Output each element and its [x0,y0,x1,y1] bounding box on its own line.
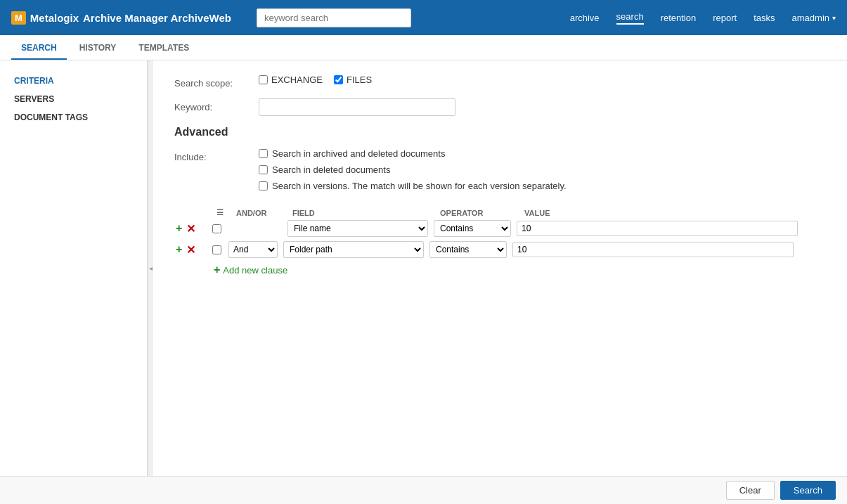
search-scope-label: Search scope: [174,75,259,89]
include-versions-label: Search in versions. The match will be sh… [272,181,567,191]
clause-row-1-add-button[interactable]: + [174,222,183,235]
clause-row-1-actions: + ✕ [174,222,209,235]
clause-row-1-operator: Contains Equals Starts with [434,220,511,237]
clause-row-1-remove-button[interactable]: ✕ [185,222,197,235]
search-scope-controls: EXCHANGE FILES [259,75,826,85]
include-deleted-checkbox[interactable] [259,165,268,174]
nav-archive[interactable]: archive [570,13,600,23]
files-checkbox[interactable] [334,75,343,84]
keyword-row: Keyword: [174,98,826,116]
drag-col-header: ☰ [216,208,236,217]
clause-row-1-field-select[interactable]: File name Folder path Date Size [287,220,428,237]
sidebar-item-criteria[interactable]: CRITERIA [0,72,147,90]
keyword-input[interactable] [259,98,455,116]
exchange-checkbox[interactable] [259,75,268,84]
clause-row-2-operator-select[interactable]: Contains Equals Starts with [429,241,507,258]
app-name: Archive Manager ArchiveWeb [83,12,231,24]
clause-section: ☰ AND/OR FIELD OPERATOR VALUE + ✕ File n… [174,205,826,276]
exchange-label: EXCHANGE [271,75,323,85]
include-label: Include: [174,148,259,162]
clause-row-2-remove-button[interactable]: ✕ [185,243,197,257]
advanced-title: Advanced [174,126,826,138]
keyword-label: Keyword: [174,98,259,112]
operator-col-header: OPERATOR [440,209,524,217]
tab-search[interactable]: SEARCH [11,37,67,60]
clause-row-2: + ✕ And Or File name Folder path Date Si [174,241,826,258]
main-nav: archive search retention report tasks am… [570,11,836,25]
clause-row-2-actions: + ✕ [174,243,209,257]
include-row: Include: Search in archived and deleted … [174,148,826,191]
sidebar-resize-handle[interactable]: ◂ [148,60,153,476]
admin-label: amadmin [792,13,829,23]
add-clause-plus-icon: + [214,264,220,276]
clause-row-2-operator: Contains Equals Starts with [429,241,507,258]
add-clause-row[interactable]: + Add new clause [214,264,826,276]
include-versions-checkbox[interactable] [259,181,268,190]
clear-button[interactable]: Clear [726,481,775,500]
clause-header: ☰ AND/OR FIELD OPERATOR VALUE [216,205,826,220]
clause-row-1-operator-select[interactable]: Contains Equals Starts with [434,220,511,237]
drag-icon: ☰ [216,208,224,217]
header-search-container [257,8,411,27]
include-archived-deleted[interactable]: Search in archived and deleted documents [259,148,826,159]
add-clause-label: Add new clause [223,265,287,276]
value-col-header: VALUE [524,209,826,217]
search-button[interactable]: Search [780,481,836,500]
main-content: Search scope: EXCHANGE FILES Keyword: Ad… [153,60,847,476]
nav-report[interactable]: report [713,13,737,23]
include-archived-deleted-checkbox[interactable] [259,149,268,158]
clause-row-2-value-input[interactable] [512,242,794,257]
tab-history[interactable]: HISTORY [70,37,127,60]
main-layout: CRITERIA SERVERS DOCUMENT TAGS ◂ Search … [0,60,847,476]
clause-row-2-field-select[interactable]: File name Folder path Date Size [283,241,424,258]
header-search-input[interactable] [257,8,411,27]
admin-chevron-icon: ▾ [832,14,836,22]
include-options: Search in archived and deleted documents… [259,148,826,191]
nav-retention[interactable]: retention [661,13,697,23]
clause-row-2-checkbox[interactable] [212,245,221,254]
nav-admin[interactable]: amadmin ▾ [792,13,836,23]
include-versions[interactable]: Search in versions. The match will be sh… [259,181,826,191]
clause-row-2-andor: And Or [228,241,278,258]
search-scope-row: Search scope: EXCHANGE FILES [174,75,826,89]
tab-templates[interactable]: TEMPLATES [129,37,199,60]
clause-row-2-field: File name Folder path Date Size [283,241,424,258]
clause-row-1: + ✕ File name Folder path Date Size Cont… [174,220,826,237]
resize-icon: ◂ [149,264,153,272]
sidebar-item-document-tags[interactable]: DOCUMENT TAGS [0,108,147,127]
include-deleted[interactable]: Search in deleted documents [259,164,826,175]
files-label: FILES [347,75,372,85]
clause-row-1-checkbox[interactable] [212,224,221,233]
field-col-header: FIELD [292,209,440,217]
brand-name: Metalogix [30,12,79,24]
app-header: M Metalogix Archive Manager ArchiveWeb a… [0,0,847,35]
files-scope-item[interactable]: FILES [334,75,372,85]
footer: Clear Search [0,476,847,504]
clause-row-2-value [512,242,794,257]
andor-col-header: AND/OR [236,209,292,217]
keyword-control [259,98,826,116]
include-archived-deleted-label: Search in archived and deleted documents [272,148,445,159]
clause-row-2-andor-select[interactable]: And Or [228,241,278,258]
nav-search[interactable]: search [616,11,644,25]
include-deleted-label: Search in deleted documents [272,164,390,175]
exchange-scope-item[interactable]: EXCHANGE [259,75,323,85]
clause-row-1-value [517,221,798,236]
brand: M Metalogix Archive Manager ArchiveWeb [11,11,231,25]
clause-row-1-value-input[interactable] [517,221,798,236]
sidebar-item-servers[interactable]: SERVERS [0,90,147,108]
brand-logo: M [11,11,26,25]
clause-row-2-add-button[interactable]: + [174,243,183,256]
sidebar: CRITERIA SERVERS DOCUMENT TAGS [0,60,148,476]
tab-bar: SEARCH HISTORY TEMPLATES [0,35,847,60]
nav-tasks[interactable]: tasks [754,13,775,23]
clause-row-1-field: File name Folder path Date Size [287,220,428,237]
